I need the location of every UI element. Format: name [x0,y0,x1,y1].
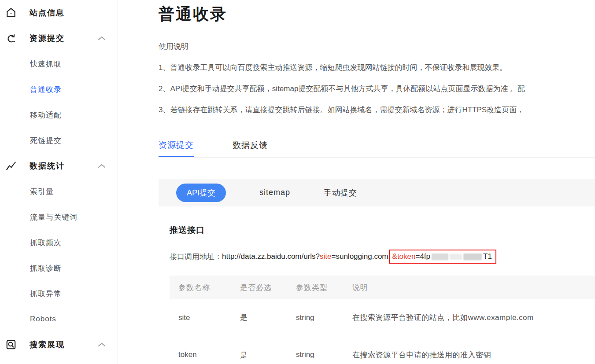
sidebar-item-label: 移动适配 [30,110,62,120]
header-param-type: 参数类型 [296,283,352,293]
chevron-up-icon[interactable] [97,342,106,347]
sidebar-item-data-statistics[interactable]: 数据统计 [0,153,118,179]
chevron-up-icon[interactable] [97,163,106,169]
usage-heading: 使用说明 [159,42,595,51]
sidebar-item-label: Robots [30,315,56,324]
section-title-push-api: 推送接口 [170,225,595,235]
sidebar: 站点信息 资源提交 快速抓取 普通收录 移动适配 死链提交 [0,0,118,364]
chevron-up-icon[interactable] [97,36,106,41]
api-url-site-value: =sunlogging.com [332,252,388,261]
home-icon [5,7,17,18]
search-icon [5,339,17,350]
sidebar-item-robots[interactable]: Robots [0,306,118,332]
sidebar-item-dead-link-submit[interactable]: 死链提交 [0,128,118,153]
sidebar-item-crawl-frequency[interactable]: 抓取频次 [0,230,118,255]
tab-data-feedback[interactable]: 数据反馈 [233,140,268,157]
submit-icon [5,33,17,44]
api-url-prefix: http://data.zz.baidu.com/urls? [222,252,320,261]
sidebar-item-label: 数据统计 [30,161,65,171]
sidebar-item-normal-inclusion[interactable]: 普通收录 [0,77,118,102]
sidebar-item-label: 普通收录 [30,85,62,95]
sidebar-item-label: 资源提交 [30,33,65,44]
api-url-site-param: site [320,252,331,261]
usage-line-1: 1、普通收录工具可以向百度搜索主动推送资源，缩短爬虫发现网站链接的时间，不保证收… [159,63,595,73]
subtab-band: API提交 sitemap 手动提交 [159,179,595,206]
api-endpoint-label: 接口调用地址： [170,252,222,262]
subtab-api-submit[interactable]: API提交 [176,184,226,202]
cell-param-type: string [296,313,352,322]
token-censored-blur [432,254,482,260]
sidebar-item-site-info[interactable]: 站点信息 [0,0,118,26]
sidebar-item-search-display[interactable]: 搜索展现 [0,332,118,357]
subtab-sitemap[interactable]: sitemap [259,188,290,197]
tab-resource-submit[interactable]: 资源提交 [159,140,194,157]
sidebar-item-crawl-diagnosis[interactable]: 抓取诊断 [0,255,118,281]
cell-param-type: string [296,350,352,359]
sidebar-item-traffic-keywords[interactable]: 流量与关键词 [0,204,118,230]
sidebar-item-resource-submit[interactable]: 资源提交 [0,26,118,51]
cell-description: 在搜索资源平台验证的站点，比如www.example.com [352,313,595,323]
cell-required: 是 [240,313,296,323]
sidebar-item-label: 抓取诊断 [30,263,62,273]
header-description: 说明 [352,283,595,293]
sidebar-item-label: 流量与关键词 [30,212,78,222]
cell-param-name: site [170,313,240,322]
sidebar-item-quick-crawl[interactable]: 快速抓取 [0,51,118,77]
sidebar-item-label: 快速抓取 [30,59,62,69]
header-required: 是否必选 [240,283,296,293]
sidebar-item-mobile-adaptation[interactable]: 移动适配 [0,102,118,128]
sidebar-item-label: 搜索展现 [30,339,65,350]
sidebar-item-label: 站点信息 [30,7,65,18]
api-endpoint-line: 接口调用地址： http://data.zz.baidu.com/urls? s… [170,250,595,264]
sidebar-item-crawl-exception[interactable]: 抓取异常 [0,281,118,306]
header-param-name: 参数名称 [170,283,240,293]
cell-param-name: token [170,350,240,359]
page-title: 普通收录 [159,4,595,25]
sidebar-item-index-volume[interactable]: 索引量 [0,179,118,204]
api-url-token-start: =4fp [415,252,430,261]
subtab-manual-submit[interactable]: 手动提交 [324,188,357,198]
api-url-token-param: &token [392,252,416,261]
sidebar-item-label: 抓取频次 [30,238,62,248]
sidebar-item-label: 死链提交 [30,136,62,146]
cell-required: 是 [240,350,296,360]
api-url-token-end: T1 [483,252,492,261]
params-table: 参数名称 是否必选 参数类型 说明 site 是 string 在搜索资源平台验… [170,276,595,364]
usage-line-3: 3、若链接存在跳转关系，请直接提交跳转后链接。如网站换域名，需提交新域名资源；进… [159,105,595,115]
main-content: 普通收录 使用说明 1、普通收录工具可以向百度搜索主动推送资源，缩短爬虫发现网站… [118,4,595,364]
cell-description: 在搜索资源平台申请的推送用的准入密钥 [352,350,595,360]
usage-line-2: 2、API提交和手动提交共享配额，sitemap提交配额不与其他方式共享，具体配… [159,84,595,94]
token-highlight-box: &token =4fp T1 [389,250,496,264]
params-table-header: 参数名称 是否必选 参数类型 说明 [170,276,595,299]
table-row: token 是 string 在搜索资源平台申请的推送用的准入密钥 [170,336,595,364]
table-row: site 是 string 在搜索资源平台验证的站点，比如www.example… [170,299,595,336]
sidebar-item-label: 抓取异常 [30,289,62,299]
tab-bar: 资源提交 数据反馈 [159,140,595,158]
sidebar-item-label: 索引量 [30,187,54,197]
chart-icon [5,160,17,172]
